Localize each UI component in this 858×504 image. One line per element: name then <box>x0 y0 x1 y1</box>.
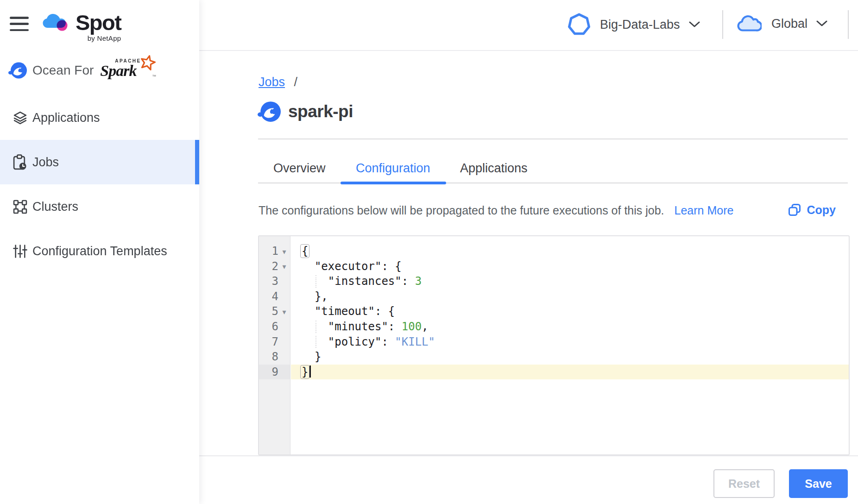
sidebar-nav: Applications Jobs <box>0 95 199 273</box>
chevron-down-icon <box>689 21 700 28</box>
grid-nodes-icon <box>12 200 28 214</box>
org-selector[interactable]: Big-Data-Labs <box>568 13 700 36</box>
page-title-row: spark-pi <box>258 100 353 123</box>
ocean-for-spark-app: Spot by NetApp Ocean For APACHE Spark ™ <box>0 0 858 504</box>
sidebar-item-clusters[interactable]: Clusters <box>0 184 199 229</box>
tab-bar: Overview Configuration Applications <box>258 160 848 183</box>
spot-logo-name: Spot <box>76 11 121 34</box>
apache-spark-logo: APACHE Spark ™ <box>100 58 160 82</box>
line-number: 4 <box>259 289 278 304</box>
fold-toggle-icon[interactable]: ▾ <box>278 307 290 316</box>
active-tab-underline <box>341 182 446 184</box>
sidebar-item-label: Configuration Templates <box>32 244 167 258</box>
spark-wordmark: Spark <box>100 62 136 80</box>
tab-overview[interactable]: Overview <box>273 161 326 176</box>
gutter-cell: 6 <box>259 319 290 334</box>
clipboard-clock-icon <box>12 154 28 170</box>
line-number: 7 <box>259 334 278 350</box>
code-line: { <box>291 244 849 259</box>
top-header: Big-Data-Labs Global <box>199 0 858 51</box>
code-line: "policy": "KILL" <box>291 334 849 350</box>
spot-logo-byline: by NetApp <box>88 34 121 42</box>
org-name: Big-Data-Labs <box>600 18 680 32</box>
fold-spacer <box>278 372 290 372</box>
sidebar-item-applications[interactable]: Applications <box>0 95 199 140</box>
line-number: 5 <box>259 304 278 319</box>
code-line: "instances": 3 <box>291 274 849 289</box>
trademark-symbol: ™ <box>152 74 156 79</box>
code-line: "timeout": { <box>291 304 849 319</box>
line-number-gutter: 1▾2▾345▾6789 <box>259 236 290 454</box>
fold-toggle-icon[interactable]: ▾ <box>278 246 290 256</box>
reset-button[interactable]: Reset <box>713 469 775 498</box>
breadcrumb-jobs-link[interactable]: Jobs <box>259 75 285 89</box>
configuration-description-row: The configurations below will be propaga… <box>259 204 848 220</box>
code-area[interactable]: { "executor": { "instances": 3 }, "timeo… <box>291 236 849 454</box>
copy-button[interactable]: Copy <box>782 203 836 217</box>
gutter-cell: 8 <box>259 349 290 365</box>
copy-icon <box>788 203 801 217</box>
sliders-icon <box>12 244 28 258</box>
spot-cloud-icon <box>42 11 71 34</box>
fold-spacer <box>278 296 290 297</box>
fold-spacer <box>278 356 290 357</box>
hamburger-menu-button[interactable] <box>10 17 29 31</box>
sidebar-item-jobs[interactable]: Jobs <box>0 140 199 184</box>
ocean-for-spark-product-title: Ocean For APACHE Spark ™ <box>8 58 160 82</box>
page-title: spark-pi <box>288 102 353 121</box>
gutter-cell: 4 <box>259 289 290 304</box>
gutter-cell: 2▾ <box>259 259 290 274</box>
spot-logo[interactable]: Spot by NetApp <box>42 11 121 42</box>
sidebar: Spot by NetApp Ocean For APACHE Spark ™ <box>0 0 199 504</box>
code-line: } <box>291 349 849 365</box>
code-line: } <box>291 365 849 380</box>
gutter-cell: 1▾ <box>259 244 290 259</box>
gutter-cell: 9 <box>259 365 290 380</box>
cloud-icon <box>737 13 762 34</box>
line-number: 3 <box>259 274 278 289</box>
spark-job-wave-icon <box>258 100 281 123</box>
sidebar-item-configuration-templates[interactable]: Configuration Templates <box>0 229 199 273</box>
sidebar-item-label: Applications <box>32 111 100 125</box>
fold-spacer <box>278 281 290 282</box>
spark-star-icon <box>140 55 156 70</box>
layers-icon <box>12 111 28 125</box>
line-number: 1 <box>259 244 278 259</box>
tab-configuration[interactable]: Configuration <box>356 161 430 176</box>
chevron-down-icon <box>816 20 827 27</box>
main-content: Jobs / spark-pi Overview Configuration A… <box>199 51 858 455</box>
heptagon-icon <box>568 13 591 36</box>
sidebar-item-label: Clusters <box>32 200 78 214</box>
line-number: 6 <box>259 319 278 334</box>
code-line: }, <box>291 289 849 304</box>
hamburger-bar <box>10 23 29 25</box>
tab-applications[interactable]: Applications <box>460 161 528 176</box>
learn-more-link[interactable]: Learn More <box>675 204 734 217</box>
product-prefix: Ocean For <box>32 63 94 78</box>
code-line: "minutes": 100, <box>291 319 849 334</box>
code-line: "executor": { <box>291 259 849 274</box>
breadcrumb: Jobs / <box>259 75 297 89</box>
configuration-description: The configurations below will be propaga… <box>259 204 664 217</box>
title-divider <box>258 139 848 139</box>
sidebar-item-label: Jobs <box>32 155 59 170</box>
gutter-cell: 7 <box>259 334 290 350</box>
gutter-cell: 5▾ <box>259 304 290 319</box>
fold-spacer <box>278 326 290 327</box>
line-number: 2 <box>259 259 278 274</box>
copy-label: Copy <box>807 203 836 217</box>
line-number: 8 <box>259 349 278 365</box>
fold-toggle-icon[interactable]: ▾ <box>278 261 290 271</box>
text-cursor <box>309 365 311 378</box>
breadcrumb-separator: / <box>294 75 298 89</box>
header-divider <box>722 10 723 39</box>
action-footer: Reset Save <box>199 455 858 504</box>
line-number: 9 <box>259 365 278 380</box>
header-divider <box>848 10 849 39</box>
region-name: Global <box>771 17 808 31</box>
hamburger-bar <box>10 29 29 32</box>
region-selector[interactable]: Global <box>737 13 827 34</box>
save-button[interactable]: Save <box>789 469 848 498</box>
json-code-editor[interactable]: 1▾2▾345▾6789 { "executor": { "instances"… <box>258 235 850 455</box>
hamburger-bar <box>10 17 29 19</box>
